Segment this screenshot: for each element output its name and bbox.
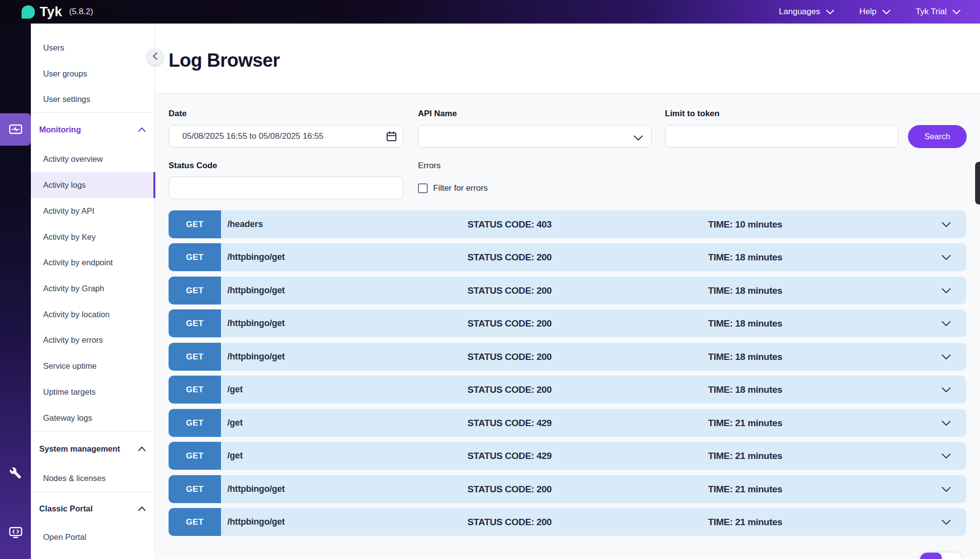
log-row-body: /httpbingo/get STATUS CODE: 200 TIME: 18…: [221, 243, 966, 271]
status-code: STATUS CODE: 200: [467, 376, 552, 404]
log-row[interactable]: GET /httpbingo/get STATUS CODE: 200 TIME…: [169, 475, 966, 503]
monitoring-icon[interactable]: [0, 113, 31, 146]
log-row[interactable]: GET /get STATUS CODE: 429 TIME: 21 minut…: [169, 442, 966, 470]
sidebar-item-uptime-targets[interactable]: Uptime targets: [31, 379, 155, 405]
log-row[interactable]: GET /httpbingo/get STATUS CODE: 200 TIME…: [169, 343, 966, 371]
sidebar-item-label: Activity by location: [43, 310, 110, 319]
sidebar-item-activity-by-endpoint[interactable]: Activity by endpoint: [31, 250, 155, 276]
api-name-select[interactable]: [418, 125, 652, 148]
sidebar-item-activity-by-errors[interactable]: Activity by errors: [31, 327, 155, 353]
sidebar-item-label: Open Portal: [43, 533, 86, 541]
sidebar-section-system-management[interactable]: System management: [31, 436, 155, 462]
log-row[interactable]: GET /headers STATUS CODE: 403 TIME: 10 m…: [169, 210, 966, 238]
menu-tyk-trial[interactable]: Tyk Trial: [916, 7, 960, 17]
sidebar-divider: [31, 112, 155, 113]
floating-widget[interactable]: [920, 553, 962, 559]
sidebar-collapse-button[interactable]: [147, 49, 163, 65]
log-row[interactable]: GET /httpbingo/get STATUS CODE: 200 TIME…: [169, 508, 966, 536]
sidebar-item-service-uptime[interactable]: Service uptime: [31, 353, 155, 379]
log-row[interactable]: GET /get STATUS CODE: 200 TIME: 18 minut…: [169, 376, 966, 404]
sidebar-item-activity-by-key[interactable]: Activity by Key: [31, 224, 155, 250]
log-row-body: /get STATUS CODE: 200 TIME: 18 minutes: [221, 376, 966, 404]
sidebar-item-nodes-licenses[interactable]: Nodes & licenses: [31, 465, 155, 491]
sidebar-item-label: Activity by Graph: [43, 284, 104, 293]
status-code: STATUS CODE: 200: [467, 277, 552, 305]
sidebar-item-label: Service uptime: [43, 361, 97, 370]
log-row-body: /httpbingo/get STATUS CODE: 200 TIME: 18…: [221, 343, 966, 371]
request-path: /httpbingo/get: [227, 277, 285, 305]
chevron-down-icon[interactable]: [942, 475, 951, 503]
date-range-input[interactable]: [169, 125, 403, 148]
request-path: /headers: [227, 210, 263, 238]
status-code: STATUS CODE: 200: [467, 309, 552, 337]
filter-for-errors-checkbox[interactable]: [418, 183, 428, 193]
sidebar-item-label: Users: [43, 43, 64, 52]
sidebar-item-activity-by-location[interactable]: Activity by location: [31, 302, 155, 328]
classic-portal-icon[interactable]: [0, 516, 31, 549]
status-code-input[interactable]: [169, 177, 403, 199]
chevron-down-icon: [826, 10, 834, 14]
chevron-down-icon[interactable]: [942, 442, 951, 470]
menu-tyk-trial-label: Tyk Trial: [916, 7, 947, 17]
request-path: /get: [227, 442, 243, 470]
sidebar-item-activity-overview[interactable]: Activity overview: [31, 146, 155, 172]
chevron-down-icon[interactable]: [942, 409, 951, 437]
sidebar-section-classic-portal[interactable]: Classic Portal: [31, 496, 155, 522]
chevron-down-icon[interactable]: [942, 376, 951, 404]
sidebar-section-monitoring[interactable]: Monitoring: [31, 117, 155, 143]
log-row-body: /get STATUS CODE: 429 TIME: 21 minutes: [221, 442, 966, 470]
status-code: STATUS CODE: 429: [467, 442, 552, 470]
sidebar-item-user-settings[interactable]: User settings: [31, 86, 155, 112]
request-path: /httpbingo/get: [227, 309, 285, 337]
http-method-badge: GET: [169, 475, 221, 503]
status-code: STATUS CODE: 200: [467, 475, 552, 503]
tyk-logo-icon: [22, 5, 35, 19]
sidebar-divider: [31, 431, 155, 432]
request-time: TIME: 10 minutes: [708, 210, 782, 238]
chevron-down-icon[interactable]: [942, 277, 951, 305]
request-path: /get: [227, 409, 243, 437]
sidebar-item-user-groups[interactable]: User groups: [31, 61, 155, 87]
log-row-body: /get STATUS CODE: 429 TIME: 21 minutes: [221, 409, 966, 437]
sidebar-item-label: Activity by endpoint: [43, 258, 113, 267]
chevron-down-icon[interactable]: [942, 243, 951, 271]
sidebar-section-label: System management: [39, 444, 120, 453]
sidebar-section-label: Monitoring: [39, 125, 81, 134]
filter-for-errors-checkbox-row[interactable]: Filter for errors: [418, 183, 488, 193]
request-time: TIME: 18 minutes: [708, 343, 782, 371]
log-row-body: /httpbingo/get STATUS CODE: 200 TIME: 18…: [221, 309, 966, 337]
system-management-wrench-icon[interactable]: [0, 457, 31, 489]
menu-help[interactable]: Help: [859, 7, 890, 17]
vertical-scrollbar-thumb[interactable]: [975, 162, 980, 204]
log-row-body: /httpbingo/get STATUS CODE: 200 TIME: 21…: [221, 475, 966, 503]
chevron-down-icon[interactable]: [942, 508, 951, 536]
sidebar-item-gateway-logs[interactable]: Gateway logs: [31, 405, 155, 431]
log-row[interactable]: GET /httpbingo/get STATUS CODE: 200 TIME…: [169, 277, 966, 305]
sidebar-item-activity-logs[interactable]: Activity logs: [31, 172, 155, 198]
request-time: TIME: 21 minutes: [708, 409, 782, 437]
sidebar-item-activity-by-api[interactable]: Activity by API: [31, 198, 155, 224]
http-method-badge: GET: [169, 508, 221, 536]
sidebar-item-open-portal[interactable]: Open Portal: [31, 524, 155, 550]
log-row[interactable]: GET /get STATUS CODE: 429 TIME: 21 minut…: [169, 409, 966, 437]
chevron-down-icon: [953, 10, 960, 14]
log-row[interactable]: GET /httpbingo/get STATUS CODE: 200 TIME…: [169, 309, 966, 337]
search-button[interactable]: Search: [908, 125, 967, 148]
floating-widget-accent: [920, 553, 942, 559]
limit-to-token-input[interactable]: [665, 125, 898, 148]
sidebar-item-users[interactable]: Users: [31, 35, 155, 61]
status-code: STATUS CODE: 429: [467, 409, 552, 437]
log-row-body: /httpbingo/get STATUS CODE: 200 TIME: 18…: [221, 277, 966, 305]
brand[interactable]: Tyk (5.8.2): [22, 4, 93, 20]
chevron-up-icon: [138, 436, 146, 462]
request-time: TIME: 18 minutes: [708, 277, 782, 305]
sidebar-item-label: User settings: [43, 95, 90, 103]
chevron-down-icon[interactable]: [942, 343, 951, 371]
request-time: TIME: 18 minutes: [708, 243, 782, 271]
menu-languages[interactable]: Languages: [779, 7, 834, 17]
http-method-badge: GET: [169, 309, 221, 337]
sidebar-item-activity-by-graph[interactable]: Activity by Graph: [31, 276, 155, 302]
chevron-down-icon[interactable]: [942, 210, 951, 238]
log-row[interactable]: GET /httpbingo/get STATUS CODE: 200 TIME…: [169, 243, 966, 271]
chevron-down-icon[interactable]: [942, 309, 951, 337]
